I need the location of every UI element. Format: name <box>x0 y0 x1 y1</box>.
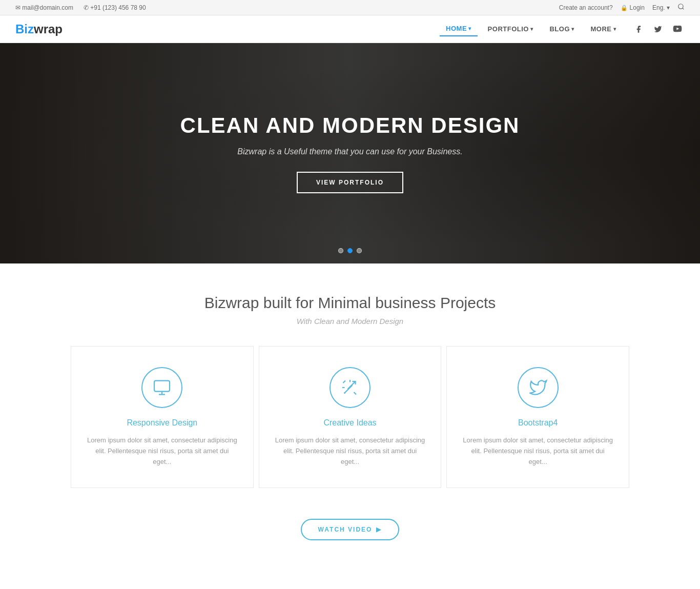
hero-dot-2[interactable] <box>347 248 353 253</box>
hero-section: CLEAN AND MODERN DESIGN Bizwrap is a Use… <box>0 43 700 263</box>
svg-rect-2 <box>154 381 170 392</box>
chevron-down-icon: ▾ <box>667 4 670 11</box>
logo[interactable]: Bizwrap <box>15 22 63 36</box>
nav-home-label: HOME <box>446 25 467 32</box>
logo-wrap: wrap <box>34 22 63 36</box>
svg-line-9 <box>354 392 357 395</box>
features-subtitle: With Clean and Modern Design <box>15 317 685 326</box>
monitor-icon <box>153 378 171 397</box>
nav-more-label: MORE <box>591 25 612 33</box>
watch-video-section: WATCH VIDEO ▶ <box>15 514 685 561</box>
hero-dot-3[interactable] <box>357 248 362 253</box>
top-bar-left: mail@domain.com +91 (123) 456 78 90 <box>15 4 146 11</box>
svg-line-8 <box>343 381 346 383</box>
nav-home[interactable]: HOME ▾ <box>440 22 478 36</box>
bootstrap-feature-desc: Lorem ipsum dolor sit amet, consectetur … <box>462 435 613 467</box>
nav-links: HOME ▾ PORTFOLIO ▾ BLOG ▾ MORE ▾ <box>440 22 685 36</box>
responsive-feature-name: Responsive Design <box>87 418 238 428</box>
hero-subtitle: Bizwrap is a Useful theme that you can u… <box>180 147 520 156</box>
language-text: Eng. <box>652 4 665 11</box>
phone-contact: +91 (123) 456 78 90 <box>84 4 146 11</box>
phone-text: +91 (123) 456 78 90 <box>90 4 146 11</box>
email-icon <box>15 4 20 11</box>
hero-title: CLEAN AND MODERN DESIGN <box>180 113 520 138</box>
nav-portfolio-label: PORTFOLIO <box>488 25 529 33</box>
features-grid: Responsive Design Lorem ipsum dolor sit … <box>68 346 632 488</box>
search-icon[interactable] <box>677 3 685 12</box>
svg-line-6 <box>348 381 356 389</box>
nav-more[interactable]: MORE ▾ <box>585 22 623 36</box>
login-text: Login <box>630 4 645 11</box>
create-account-link[interactable]: Create an account? <box>559 4 613 11</box>
creative-feature-desc: Lorem ipsum dolor sit amet, consectetur … <box>275 435 426 467</box>
creative-feature-name: Creative Ideas <box>275 418 426 428</box>
watch-video-button[interactable]: WATCH VIDEO ▶ <box>301 519 400 540</box>
chevron-blog-icon: ▾ <box>571 26 574 32</box>
responsive-icon-circle <box>141 367 182 408</box>
twitter-bird-icon <box>529 378 547 397</box>
svg-point-0 <box>678 4 683 9</box>
features-section: Bizwrap built for Minimal business Proje… <box>0 263 700 581</box>
feature-card-bootstrap: Bootstrap4 Lorem ipsum dolor sit amet, c… <box>446 346 629 488</box>
features-title: Bizwrap built for Minimal business Proje… <box>15 294 685 312</box>
bootstrap-icon-circle <box>518 367 559 408</box>
top-bar-right: Create an account? Login Eng. ▾ <box>559 3 685 12</box>
nav-portfolio[interactable]: PORTFOLIO ▾ <box>482 22 540 36</box>
magic-wand-icon <box>341 378 359 397</box>
hero-content: CLEAN AND MODERN DESIGN Bizwrap is a Use… <box>180 113 520 193</box>
twitter-icon[interactable] <box>651 22 665 36</box>
responsive-feature-desc: Lorem ipsum dolor sit amet, consectetur … <box>87 435 238 467</box>
lock-icon <box>621 4 628 11</box>
email-text: mail@domain.com <box>22 4 73 11</box>
chevron-home-icon: ▾ <box>468 26 471 31</box>
chevron-portfolio-icon: ▾ <box>530 26 533 32</box>
feature-card-creative: Creative Ideas Lorem ipsum dolor sit ame… <box>259 346 442 488</box>
email-contact: mail@domain.com <box>15 4 73 11</box>
top-bar: mail@domain.com +91 (123) 456 78 90 Crea… <box>0 0 700 15</box>
chevron-more-icon: ▾ <box>613 26 616 32</box>
navbar: Bizwrap HOME ▾ PORTFOLIO ▾ BLOG ▾ MORE ▾ <box>0 15 700 43</box>
youtube-icon[interactable] <box>670 22 685 36</box>
logo-biz: Biz <box>15 22 34 36</box>
hero-dots <box>338 248 362 253</box>
creative-icon-circle <box>330 367 370 408</box>
view-portfolio-button[interactable]: VIEW PORTFOLIO <box>297 172 403 193</box>
feature-card-responsive: Responsive Design Lorem ipsum dolor sit … <box>71 346 254 488</box>
nav-social <box>631 22 685 36</box>
watch-video-label: WATCH VIDEO <box>318 526 373 533</box>
phone-icon <box>84 4 89 11</box>
bootstrap-feature-name: Bootstrap4 <box>462 418 613 428</box>
language-selector[interactable]: Eng. ▾ <box>652 4 670 11</box>
svg-point-7 <box>344 392 345 394</box>
play-icon: ▶ <box>376 526 382 533</box>
hero-dot-1[interactable] <box>338 248 343 253</box>
nav-blog[interactable]: BLOG ▾ <box>543 22 580 36</box>
nav-blog-label: BLOG <box>549 25 570 33</box>
facebook-icon[interactable] <box>631 22 646 36</box>
login-link[interactable]: Login <box>621 4 645 11</box>
svg-line-1 <box>683 8 684 10</box>
